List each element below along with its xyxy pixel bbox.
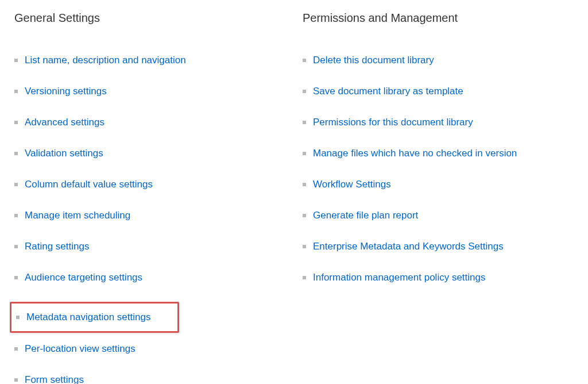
bullet-icon xyxy=(14,121,18,124)
bullet-icon xyxy=(16,316,20,319)
list-item: Permissions for this document library xyxy=(303,116,574,129)
enterprise-metadata-link[interactable]: Enterprise Metadata and Keywords Setting… xyxy=(313,241,504,252)
generate-file-plan-link[interactable]: Generate file plan report xyxy=(313,210,418,221)
info-management-policy-link[interactable]: Information management policy settings xyxy=(313,272,486,283)
metadata-navigation-link[interactable]: Metadata navigation settings xyxy=(26,312,150,323)
bullet-icon xyxy=(14,347,18,351)
list-item: Delete this document library xyxy=(303,53,574,67)
bullet-icon xyxy=(14,90,18,93)
validation-settings-link[interactable]: Validation settings xyxy=(25,148,103,159)
list-item: Information management policy settings xyxy=(303,271,574,285)
list-name-description-link[interactable]: List name, description and navigation xyxy=(25,55,186,66)
bullet-icon xyxy=(14,152,18,155)
bullet-icon xyxy=(303,121,306,124)
list-item: Save document library as template xyxy=(303,85,574,98)
bullet-icon xyxy=(303,90,306,93)
workflow-settings-link[interactable]: Workflow Settings xyxy=(313,179,391,190)
bullet-icon xyxy=(14,276,18,279)
permissions-list: Delete this document library Save docume… xyxy=(303,53,574,285)
bullet-icon xyxy=(303,214,306,217)
list-item-highlighted: Metadata navigation settings xyxy=(10,302,179,333)
bullet-icon xyxy=(14,214,18,217)
bullet-icon xyxy=(303,276,306,279)
general-settings-list: List name, description and navigation Ve… xyxy=(14,53,285,384)
bullet-icon xyxy=(303,245,306,248)
permissions-library-link[interactable]: Permissions for this document library xyxy=(313,117,473,128)
versioning-settings-link[interactable]: Versioning settings xyxy=(25,86,107,97)
bullet-icon xyxy=(14,183,18,186)
general-settings-heading: General Settings xyxy=(14,11,285,25)
audience-targeting-link[interactable]: Audience targeting settings xyxy=(25,272,142,283)
advanced-settings-link[interactable]: Advanced settings xyxy=(25,117,105,128)
list-item: Validation settings xyxy=(14,147,285,160)
rating-settings-link[interactable]: Rating settings xyxy=(25,241,89,252)
column-default-value-link[interactable]: Column default value settings xyxy=(25,179,153,190)
list-item: Manage files which have no checked in ve… xyxy=(303,147,574,160)
list-item: Advanced settings xyxy=(14,116,285,129)
list-item: Manage item scheduling xyxy=(14,209,285,222)
list-item: Enterprise Metadata and Keywords Setting… xyxy=(303,240,574,254)
list-item: Per-location view settings xyxy=(14,342,285,356)
general-settings-column: General Settings List name, description … xyxy=(14,11,285,384)
list-item: Workflow Settings xyxy=(303,178,574,191)
list-item: Rating settings xyxy=(14,240,285,254)
save-as-template-link[interactable]: Save document library as template xyxy=(313,86,463,97)
bullet-icon xyxy=(303,152,306,155)
list-item: Versioning settings xyxy=(14,85,285,98)
permissions-heading: Permissions and Management xyxy=(303,11,574,25)
bullet-icon xyxy=(14,59,18,62)
list-item: Form settings xyxy=(14,373,285,384)
list-item: List name, description and navigation xyxy=(14,53,285,67)
delete-library-link[interactable]: Delete this document library xyxy=(313,55,434,66)
list-item: Audience targeting settings xyxy=(14,271,285,285)
list-item: Column default value settings xyxy=(14,178,285,191)
per-location-view-link[interactable]: Per-location view settings xyxy=(25,343,136,355)
list-item: Generate file plan report xyxy=(303,209,574,222)
manage-checked-out-files-link[interactable]: Manage files which have no checked in ve… xyxy=(313,148,517,159)
bullet-icon xyxy=(14,378,18,382)
bullet-icon xyxy=(303,59,306,62)
bullet-icon xyxy=(14,245,18,248)
form-settings-link[interactable]: Form settings xyxy=(25,374,84,384)
permissions-column: Permissions and Management Delete this d… xyxy=(303,11,574,384)
bullet-icon xyxy=(303,183,306,186)
manage-item-scheduling-link[interactable]: Manage item scheduling xyxy=(25,210,130,221)
